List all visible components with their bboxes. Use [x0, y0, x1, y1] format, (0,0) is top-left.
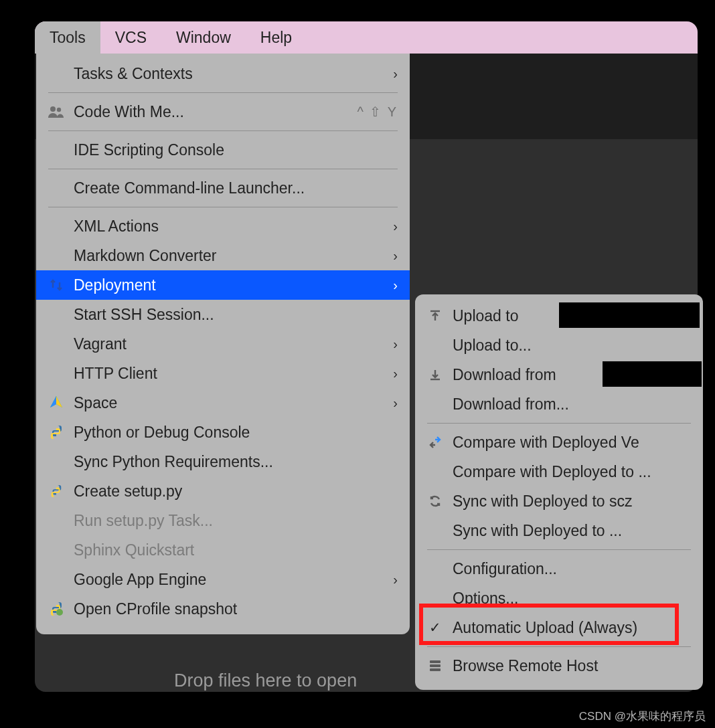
menu-vcs[interactable]: VCS — [100, 21, 161, 54]
people-icon — [47, 102, 66, 121]
sub-automatic-upload[interactable]: ✓ Automatic Upload (Always) — [415, 613, 703, 642]
menu-separator — [427, 549, 691, 550]
cprofile-icon — [47, 600, 66, 618]
menu-separator — [427, 646, 691, 647]
compare-icon — [426, 433, 445, 452]
python-file-icon — [47, 482, 66, 500]
sub-options[interactable]: Options... — [415, 583, 703, 613]
deployment-icon — [47, 276, 66, 294]
svg-point-2 — [56, 609, 63, 616]
menu-google-app-engine[interactable]: Google App Engine› — [36, 565, 410, 594]
chevron-right-icon: › — [393, 395, 398, 411]
menu-help[interactable]: Help — [246, 21, 307, 54]
menu-xml-actions[interactable]: XML Actions› — [36, 211, 410, 241]
chevron-right-icon: › — [393, 337, 398, 352]
menu-separator — [48, 207, 398, 207]
menu-separator — [48, 169, 398, 169]
menu-window[interactable]: Window — [161, 21, 246, 54]
tools-dropdown: Tasks & Contexts› Code With Me... ^ ⇧ Y … — [36, 54, 410, 634]
sub-compare-default[interactable]: Compare with Deployed Ve — [415, 428, 703, 457]
svg-point-0 — [50, 106, 56, 112]
menu-sync-python-req[interactable]: Sync Python Requirements... — [36, 447, 410, 476]
svg-rect-6 — [430, 664, 441, 667]
sync-icon — [426, 492, 445, 511]
menu-separator — [48, 130, 398, 131]
shortcut-text: ^ ⇧ Y — [358, 104, 398, 120]
svg-point-1 — [57, 108, 61, 112]
chevron-right-icon: › — [393, 66, 398, 82]
chevron-right-icon: › — [393, 366, 398, 381]
menu-separator — [427, 423, 691, 424]
upload-icon — [426, 306, 445, 325]
menu-create-setup-py[interactable]: Create setup.py — [36, 476, 410, 506]
menu-tools[interactable]: Tools — [35, 21, 100, 54]
sub-sync-default[interactable]: Sync with Deployed to scz — [415, 486, 703, 516]
space-icon — [47, 393, 66, 412]
menu-start-ssh[interactable]: Start SSH Session... — [36, 300, 410, 329]
sub-sync-to[interactable]: Sync with Deployed to ... — [415, 516, 703, 545]
watermark: CSDN @水果味的程序员 — [579, 709, 706, 724]
menu-run-setup-task: Run setup.py Task... — [36, 506, 410, 535]
menu-tasks-contexts[interactable]: Tasks & Contexts› — [36, 59, 410, 88]
chevron-right-icon: › — [393, 278, 398, 293]
sub-download-from[interactable]: Download from... — [415, 389, 703, 419]
chevron-right-icon: › — [393, 248, 398, 264]
menubar: Tools VCS Window Help — [35, 21, 698, 54]
redacted-box — [559, 302, 700, 328]
menu-sphinx-quickstart: Sphinx Quickstart — [36, 535, 410, 565]
menu-space[interactable]: Space› — [36, 388, 410, 418]
sub-compare-to[interactable]: Compare with Deployed to ... — [415, 457, 703, 486]
menu-open-cprofile[interactable]: Open CProfile snapshot — [36, 594, 410, 624]
menu-vagrant[interactable]: Vagrant› — [36, 329, 410, 359]
drop-hint: Drop files here to open — [174, 670, 357, 691]
menu-code-with-me[interactable]: Code With Me... ^ ⇧ Y — [36, 97, 410, 126]
download-icon — [426, 365, 445, 384]
menu-create-cli-launcher[interactable]: Create Command-line Launcher... — [36, 173, 410, 203]
menu-markdown-converter[interactable]: Markdown Converter› — [36, 241, 410, 270]
sub-browse-remote-host[interactable]: Browse Remote Host — [415, 651, 703, 680]
menu-http-client[interactable]: HTTP Client› — [36, 359, 410, 388]
svg-rect-5 — [430, 660, 441, 663]
python-icon — [47, 423, 66, 442]
chevron-right-icon: › — [393, 572, 398, 587]
svg-rect-7 — [430, 668, 441, 671]
sub-configuration[interactable]: Configuration... — [415, 554, 703, 583]
menu-deployment[interactable]: Deployment› — [36, 270, 410, 300]
chevron-right-icon: › — [393, 219, 398, 234]
check-icon: ✓ — [426, 618, 445, 637]
deployment-submenu: Upload to Upload to... Download from Dow… — [415, 294, 703, 690]
menu-ide-scripting[interactable]: IDE Scripting Console — [36, 135, 410, 165]
server-icon — [426, 656, 445, 675]
sub-upload-to[interactable]: Upload to... — [415, 331, 703, 360]
menu-separator — [48, 92, 398, 93]
redacted-box — [603, 361, 702, 387]
menu-python-debug-console[interactable]: Python or Debug Console — [36, 418, 410, 447]
